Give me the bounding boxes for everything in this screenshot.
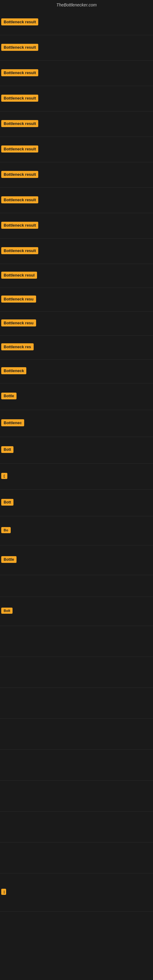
list-item: [0, 750, 153, 781]
list-item: Bottleneck: [0, 360, 153, 383]
bottleneck-result-badge[interactable]: Bottleneck resu: [1, 320, 36, 326]
list-item: Bottleneck resul: [0, 264, 153, 288]
list-item: Bottlenec: [0, 410, 153, 437]
list-item: Bo: [0, 516, 153, 546]
list-item: Bottleneck result: [0, 10, 153, 35]
list-item: Bott: [0, 490, 153, 516]
list-item: [0, 688, 153, 719]
bottleneck-result-badge[interactable]: Bottleneck res: [1, 343, 33, 350]
list-item: Bottleneck res: [0, 336, 153, 360]
list-item: Bottleneck resu: [0, 288, 153, 312]
bottleneck-result-badge[interactable]: Bottleneck result: [1, 171, 38, 178]
bottleneck-result-badge[interactable]: Bottleneck result: [1, 69, 38, 76]
list-item: [0, 781, 153, 811]
list-item: [0, 657, 153, 688]
bottleneck-result-badge[interactable]: [: [1, 473, 7, 479]
list-item: Bottleneck result: [0, 35, 153, 60]
bottleneck-result-badge[interactable]: Bottleneck resu: [1, 296, 36, 302]
bottleneck-result-badge[interactable]: Bott: [1, 446, 13, 453]
list-item: [0, 811, 153, 843]
list-item: Bottleneck resu: [0, 312, 153, 336]
bottleneck-result-badge[interactable]: Bottleneck result: [1, 120, 38, 127]
list-item: Bottleneck result: [0, 86, 153, 111]
site-title: TheBottlenecker.com: [0, 0, 153, 10]
bottleneck-result-badge[interactable]: Bottleneck result: [1, 196, 38, 204]
list-item: Bottleneck result: [0, 111, 153, 137]
bottleneck-result-badge[interactable]: Bottleneck result: [1, 44, 38, 51]
list-item: Bott: [0, 437, 153, 464]
list-item: Bottleneck result: [0, 137, 153, 162]
bottleneck-result-badge[interactable]: Bottleneck result: [1, 145, 38, 153]
list-item: [: [0, 464, 153, 490]
list-item: Bottle: [0, 383, 153, 410]
bottleneck-result-badge[interactable]: Bolt: [1, 608, 13, 614]
bottleneck-result-badge[interactable]: |: [1, 889, 6, 895]
list-item: [0, 626, 153, 657]
list-item: Bottleneck result: [0, 188, 153, 213]
bottleneck-result-badge[interactable]: Bottleneck result: [1, 18, 38, 25]
bottleneck-result-badge[interactable]: Bottlenec: [1, 419, 24, 426]
bottleneck-result-badge[interactable]: Bott: [1, 499, 13, 506]
bottleneck-result-badge[interactable]: Bottleneck resul: [1, 272, 37, 279]
list-item: Bottleneck result: [0, 60, 153, 86]
bottleneck-result-badge[interactable]: Bottle: [1, 556, 16, 563]
list-item: [0, 719, 153, 750]
bottleneck-result-badge[interactable]: Bottleneck result: [1, 247, 38, 254]
bottleneck-result-badge[interactable]: Bottleneck result: [1, 222, 38, 229]
bottleneck-result-badge[interactable]: Bottleneck result: [1, 95, 38, 102]
list-item: |: [0, 873, 153, 912]
bottleneck-result-badge[interactable]: Bo: [1, 527, 11, 533]
list-item: Bottleneck result: [0, 162, 153, 188]
list-item: Bottleneck result: [0, 213, 153, 239]
bottleneck-result-badge[interactable]: Bottle: [1, 393, 16, 399]
list-item: Bottle: [0, 546, 153, 575]
list-item: Bottleneck result: [0, 239, 153, 264]
bottleneck-result-badge[interactable]: Bottleneck: [1, 367, 26, 374]
list-item: [0, 843, 153, 873]
list-item: Bolt: [0, 597, 153, 626]
list-item: [0, 575, 153, 597]
